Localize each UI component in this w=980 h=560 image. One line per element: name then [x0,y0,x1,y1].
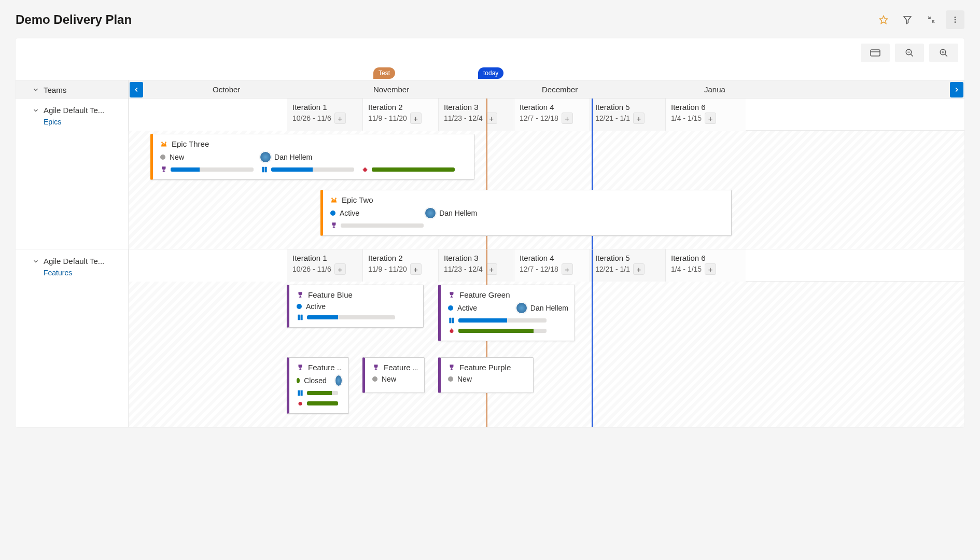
team-name-label: Agile Default Te... [44,257,104,265]
add-item-button[interactable]: + [334,263,346,275]
add-item-button[interactable]: + [410,113,422,124]
rollup-bugs [361,166,455,173]
iteration-cell[interactable]: Iteration 6 1/4 - 1/15+ [665,249,746,282]
svg-rect-7 [871,50,880,56]
iteration-cell[interactable]: Iteration 4 12/7 - 12/18+ [514,99,590,131]
favorite-button[interactable] [874,10,893,29]
add-item-button[interactable]: + [486,113,497,124]
iteration-cell[interactable]: Iteration 4 12/7 - 12/18+ [514,249,590,282]
more-vertical-icon [951,16,959,24]
iteration-cell[interactable]: Iteration 1 10/26 - 11/6+ [287,99,362,131]
svg-point-5 [955,19,956,21]
card-status: Closed [304,376,327,385]
card-status: New [457,375,472,383]
trophy-icon [372,364,380,371]
iteration-dates: 12/21 - 1/1 [595,114,630,122]
trophy-icon [160,166,167,173]
card-settings-button[interactable] [861,44,890,62]
backlog-level-link[interactable]: Features [44,269,124,277]
status-dot-icon [330,211,335,216]
card-assignee[interactable]: Dan Hellem [260,151,312,163]
svg-point-16 [161,142,163,143]
collapse-team-button[interactable] [32,258,39,265]
add-item-button[interactable]: + [705,263,716,275]
team-row[interactable]: Agile Default Te... [32,106,124,115]
iteration-name: Iteration 3 [444,254,509,262]
card-title: Feature Purple [459,363,511,372]
iteration-dates: 11/23 - 12/4 [444,114,483,122]
card-epic-three[interactable]: Epic Three New Dan Hellem [150,134,474,180]
iteration-name: Iteration 5 [595,103,660,111]
add-item-button[interactable]: + [705,113,716,124]
avatar-icon [260,151,271,163]
add-item-button[interactable]: + [410,263,422,275]
card-feature-green[interactable]: Feature Green Active Dan Hellem [438,285,575,341]
collapse-icon [927,16,935,24]
trophy-icon [448,364,455,371]
card-feature-purple[interactable]: Feature Purple New [438,357,534,393]
add-item-button[interactable]: + [486,263,497,275]
iteration-name: Iteration 3 [444,103,509,111]
backlog-level-link[interactable]: Epics [44,118,124,126]
timeline-marker-today[interactable]: today [478,67,503,79]
svg-rect-29 [301,315,303,320]
scroll-left-button[interactable] [130,82,143,97]
iteration-cell[interactable]: Iteration 2 11/9 - 11/20+ [362,99,438,131]
more-actions-button[interactable] [946,10,964,29]
iteration-dates: 10/26 - 11/6 [292,265,331,273]
zoom-out-button[interactable] [895,44,924,62]
team-row[interactable]: Agile Default Te... [32,257,124,265]
card-icon [870,49,880,57]
rollup-stories [261,166,354,173]
filter-button[interactable] [898,10,917,29]
timeline-marker-test[interactable]: Test [373,67,395,79]
svg-point-6 [955,21,956,23]
iteration-dates: 1/4 - 1/15 [671,114,702,122]
trophy-icon [448,291,455,299]
svg-rect-20 [265,167,267,173]
iteration-cell[interactable]: Iteration 1 10/26 - 11/6+ [287,249,362,282]
month-label: Janua [704,85,725,94]
svg-rect-19 [262,167,264,173]
card-title: Epic Two [342,195,373,204]
svg-line-13 [945,54,947,57]
card-title: Feature ... [384,363,418,372]
add-item-button[interactable]: + [633,263,645,275]
team-name-label: Agile Default Te... [44,106,104,115]
svg-point-18 [165,142,166,143]
teams-label: Teams [44,86,66,94]
card-title: Feature Blue [308,290,353,299]
collapse-team-button[interactable] [32,107,39,114]
zoom-in-button[interactable] [929,44,958,62]
iteration-cell[interactable]: Iteration 5 12/21 - 1/1+ [590,99,665,131]
collapse-teams-button[interactable] [32,86,39,93]
card-assignee[interactable]: Dan Hellem [425,207,477,219]
avatar-icon [425,207,436,219]
fullscreen-exit-button[interactable] [922,10,941,29]
card-assignee[interactable]: Dan Hellem [516,302,568,314]
status-dot-icon [448,376,453,382]
iteration-cell[interactable]: Iteration 3 11/23 - 12/4+ [438,249,514,282]
iteration-cell[interactable]: Iteration 5 12/21 - 1/1+ [590,249,665,282]
card-feature-truncated-2[interactable]: Feature ... New [362,357,425,393]
teams-column-header[interactable]: Teams [16,80,129,99]
chevron-down-icon [32,258,39,265]
iteration-cell[interactable]: Iteration 3 11/23 - 12/4+ [438,99,514,131]
iteration-name: Iteration 6 [671,254,740,262]
iteration-dates: 11/23 - 12/4 [444,265,483,273]
svg-rect-30 [449,318,451,324]
story-icon [261,166,268,173]
rollup-stories [297,389,338,397]
add-item-button[interactable]: + [334,113,346,124]
card-feature-blue[interactable]: Feature Blue Active [287,285,424,328]
rollup-stories [297,314,395,321]
scroll-right-button[interactable] [950,82,963,97]
add-item-button[interactable]: + [633,113,645,124]
card-epic-two[interactable]: Epic Two Active Dan Hellem [320,190,732,236]
iteration-name: Iteration 2 [368,254,433,262]
iteration-cell[interactable]: Iteration 2 11/9 - 11/20+ [362,249,438,282]
add-item-button[interactable]: + [562,113,573,124]
add-item-button[interactable]: + [562,263,573,275]
iteration-cell[interactable]: Iteration 6 1/4 - 1/15+ [665,99,746,131]
card-feature-truncated-1[interactable]: Feature ... Closed [287,357,349,414]
